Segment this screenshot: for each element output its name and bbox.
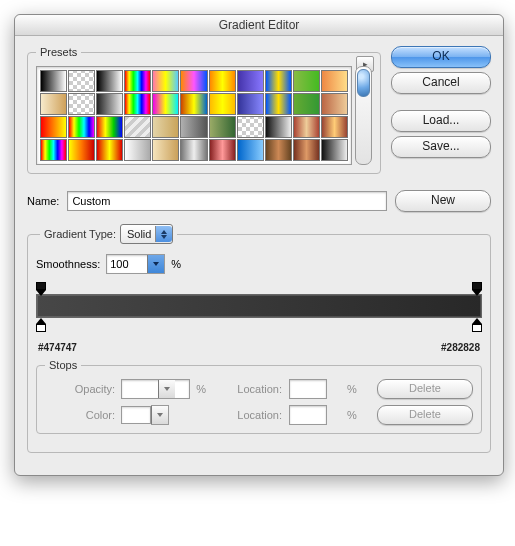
preset-swatch[interactable] (265, 93, 292, 115)
preset-swatch[interactable] (321, 116, 348, 138)
preset-swatch[interactable] (68, 139, 95, 161)
percent-label: % (171, 258, 181, 270)
opacity-location-field (289, 379, 327, 399)
color-stop-left[interactable] (36, 318, 46, 330)
preset-scrollbar[interactable] (355, 66, 372, 165)
gradient-preview-bar[interactable] (36, 294, 482, 318)
preset-swatch[interactable] (124, 116, 151, 138)
preset-swatch[interactable] (124, 70, 151, 92)
color-swatch (121, 406, 151, 424)
gradient-type-label: Gradient Type: (44, 228, 116, 240)
preset-swatch[interactable] (180, 139, 207, 161)
new-button[interactable]: New (395, 190, 491, 212)
percent-label: % (196, 383, 220, 395)
dropdown-arrow-icon[interactable] (147, 255, 164, 273)
preset-swatch[interactable] (152, 70, 179, 92)
preset-swatch[interactable] (96, 139, 123, 161)
percent-label: % (347, 409, 371, 421)
name-label: Name: (27, 195, 59, 207)
preset-swatch[interactable] (209, 70, 236, 92)
percent-label: % (347, 383, 371, 395)
preset-swatch[interactable] (96, 70, 123, 92)
dropdown-arrows-icon (155, 226, 172, 242)
preset-swatch[interactable] (68, 93, 95, 115)
right-hex-value: #282828 (441, 342, 480, 353)
opacity-stop-rail[interactable] (36, 282, 482, 294)
opacity-stop-left[interactable] (36, 282, 46, 296)
save-button[interactable]: Save... (391, 136, 491, 158)
preset-swatch[interactable] (237, 139, 264, 161)
stops-legend: Stops (45, 359, 81, 371)
preset-swatch[interactable] (96, 93, 123, 115)
opacity-input (122, 380, 158, 398)
preset-swatch[interactable] (180, 70, 207, 92)
preset-swatch[interactable] (237, 116, 264, 138)
preset-swatch[interactable] (180, 93, 207, 115)
location-label: Location: (226, 383, 282, 395)
preset-swatch[interactable] (265, 139, 292, 161)
preset-swatch[interactable] (96, 116, 123, 138)
preset-swatch[interactable] (209, 93, 236, 115)
preset-swatch[interactable] (124, 139, 151, 161)
preset-swatch[interactable] (321, 93, 348, 115)
dropdown-arrow-icon (151, 406, 168, 424)
color-menu (151, 405, 169, 425)
preset-swatch[interactable] (209, 116, 236, 138)
location-label: Location: (226, 409, 282, 421)
preset-swatch[interactable] (265, 116, 292, 138)
preset-swatch[interactable] (152, 116, 179, 138)
gradient-type-select[interactable]: Solid (120, 224, 173, 244)
smoothness-label: Smoothness: (36, 258, 100, 270)
preset-swatch[interactable] (180, 116, 207, 138)
gradient-type-group: Gradient Type: Solid Smoothness: % (27, 224, 491, 453)
cancel-button[interactable]: Cancel (391, 72, 491, 94)
preset-swatch[interactable] (321, 139, 348, 161)
opacity-location-input (290, 380, 326, 398)
preset-swatch[interactable] (237, 93, 264, 115)
preset-swatch[interactable] (40, 93, 67, 115)
color-stop-rail[interactable] (36, 318, 482, 330)
preset-swatch[interactable] (209, 139, 236, 161)
preset-swatch[interactable] (40, 70, 67, 92)
gradient-editor-window: Gradient Editor Presets ▸ OK Cancel (14, 14, 504, 476)
opacity-field (121, 379, 190, 399)
preset-swatch[interactable] (40, 139, 67, 161)
preset-swatch[interactable] (293, 93, 320, 115)
preset-swatch[interactable] (68, 116, 95, 138)
preset-swatch[interactable] (293, 116, 320, 138)
color-location-field (289, 405, 327, 425)
preset-swatch[interactable] (40, 116, 67, 138)
opacity-label: Opacity: (45, 383, 115, 395)
opacity-stop-right[interactable] (472, 282, 482, 296)
stops-group: Stops Opacity: % Location: % Delete Colo… (36, 359, 482, 434)
color-stop-right[interactable] (472, 318, 482, 330)
preset-swatch[interactable] (321, 70, 348, 92)
smoothness-field[interactable] (106, 254, 165, 274)
delete-opacity-button: Delete (377, 379, 473, 399)
dropdown-arrow-icon (158, 380, 175, 398)
ok-button[interactable]: OK (391, 46, 491, 68)
presets-legend: Presets (36, 46, 81, 58)
preset-grid[interactable] (36, 66, 352, 165)
smoothness-input[interactable] (107, 255, 147, 273)
preset-swatch[interactable] (124, 93, 151, 115)
left-hex-value: #474747 (38, 342, 77, 353)
color-location-input (290, 406, 326, 424)
load-button[interactable]: Load... (391, 110, 491, 132)
presets-group: Presets ▸ (27, 46, 381, 174)
preset-swatch[interactable] (293, 70, 320, 92)
preset-swatch[interactable] (68, 70, 95, 92)
preset-swatch[interactable] (152, 93, 179, 115)
name-input[interactable] (67, 191, 387, 211)
window-title: Gradient Editor (15, 15, 503, 36)
preset-swatch[interactable] (265, 70, 292, 92)
color-label: Color: (45, 409, 115, 421)
preset-swatch[interactable] (152, 139, 179, 161)
gradient-type-value: Solid (127, 228, 151, 240)
scrollbar-thumb[interactable] (357, 69, 370, 97)
preset-swatch[interactable] (293, 139, 320, 161)
delete-color-button: Delete (377, 405, 473, 425)
preset-swatch[interactable] (237, 70, 264, 92)
